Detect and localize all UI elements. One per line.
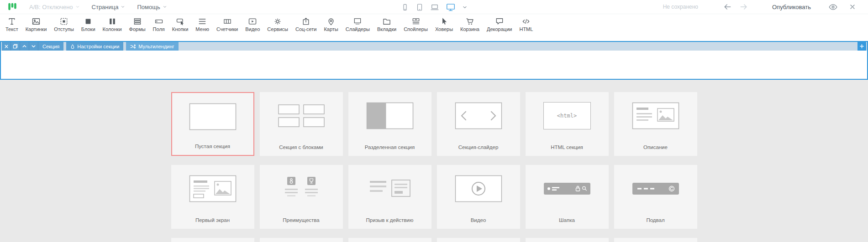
section-controls: Секция	[2, 42, 63, 51]
footer-thumbnail	[614, 165, 697, 212]
toolbar-item-decorations[interactable]: Декорации	[483, 16, 516, 32]
toolbar-item-buttons[interactable]: Кнопки	[168, 16, 192, 32]
tablet-preview-button[interactable]	[416, 3, 424, 11]
publish-button[interactable]: Опубликовать	[772, 4, 811, 10]
empty-section-canvas[interactable]	[1, 51, 867, 79]
section-label: Секция	[38, 42, 63, 51]
template-card-footer[interactable]: Подвал	[614, 165, 697, 229]
header-thumbnail	[526, 165, 609, 212]
page-menu-label: Страница	[92, 4, 119, 10]
video-thumbnail	[437, 165, 520, 212]
toolbar-item-hovers[interactable]: Ховеры	[431, 16, 457, 32]
template-card-first-screen[interactable]: Первый экран	[171, 165, 254, 229]
close-editor-button[interactable]	[843, 3, 862, 10]
columns-icon	[108, 16, 117, 26]
toolbar-item-tabs[interactable]: Вкладки	[374, 16, 400, 32]
section-settings-label: Настройки секции	[77, 44, 119, 49]
template-card-partial[interactable]	[526, 238, 609, 242]
arrow-right-icon	[739, 2, 748, 11]
buttons-icon	[176, 16, 185, 26]
template-card-slider-section[interactable]: Секция-слайдер	[437, 92, 520, 156]
duplicate-section-button[interactable]	[11, 42, 20, 51]
template-card-html-section[interactable]: <html> HTML секция	[526, 92, 609, 156]
template-card-partial[interactable]	[260, 238, 343, 242]
toolbar-item-label: Текст	[5, 26, 18, 32]
folder-tab-icon	[382, 16, 391, 26]
chevron-down-icon	[31, 44, 36, 49]
delete-section-button[interactable]	[2, 42, 11, 51]
preview-eye-button[interactable]	[823, 2, 843, 12]
template-card-partial[interactable]	[437, 238, 520, 242]
toolbar-item-html[interactable]: HTML	[516, 16, 537, 32]
template-card-label: Секция с блоками	[260, 144, 343, 150]
spoiler-accordion-icon	[411, 16, 421, 26]
toolbar-item-services[interactable]: Сервисы	[263, 16, 292, 32]
droplet-icon	[70, 44, 75, 49]
description-thumbnail	[614, 92, 697, 139]
template-card-empty-section[interactable]: Пустая секция	[171, 92, 254, 156]
arrow-left-icon	[723, 2, 732, 11]
toolbar-item-maps[interactable]: Карты	[320, 16, 342, 32]
topbar-right: Не сохранено Опубликовать	[663, 2, 868, 12]
toolbar-item-video[interactable]: Видео	[242, 16, 263, 32]
template-card-label: Секция-слайдер	[437, 144, 520, 150]
images-icon	[32, 16, 41, 26]
toolbar-item-label: Слайдеры	[346, 26, 370, 32]
template-card-benefits[interactable]: Преимущества	[260, 165, 343, 229]
toolbar-item-social[interactable]: Соц-сети	[292, 16, 320, 32]
move-section-down-button[interactable]	[29, 42, 38, 51]
toolbar-item-sliders[interactable]: Слайдеры	[342, 16, 374, 32]
split-section-thumbnail	[348, 92, 431, 139]
page-menu[interactable]: Страница	[92, 4, 126, 10]
help-menu[interactable]: Помощь	[137, 4, 167, 10]
template-card-video[interactable]: Видео	[437, 165, 520, 229]
laptop-preview-button[interactable]	[430, 3, 439, 12]
toolbar-item-cart[interactable]: Корзина	[457, 16, 483, 32]
desktop-preview-button[interactable]	[446, 2, 456, 12]
template-card-label: Разделенная секция	[348, 144, 431, 150]
topbar: A/B: Отключено Страница Помощь	[0, 0, 868, 14]
code-brackets-icon	[521, 16, 531, 26]
template-card-partial[interactable]	[171, 238, 254, 242]
toolbar-item-fields[interactable]: Поля	[149, 16, 168, 32]
toolbar-item-label: Картинки	[26, 26, 47, 32]
toolbar-item-label: Счетчики	[216, 26, 238, 32]
redo-button[interactable]	[736, 2, 752, 11]
toolbar-item-images[interactable]: Картинки	[22, 16, 51, 32]
share-icon	[301, 16, 310, 26]
mobile-preview-button[interactable]	[401, 3, 409, 11]
template-card-partial[interactable]	[348, 238, 431, 242]
multilanding-button[interactable]: Мультилендинг	[126, 42, 178, 51]
template-card-header[interactable]: Шапка	[526, 165, 609, 229]
undo-button[interactable]	[719, 2, 736, 11]
ab-test-menu[interactable]: A/B: Отключено	[29, 4, 80, 10]
toolbar-item-counters[interactable]: Счетчики	[213, 16, 242, 32]
move-section-up-button[interactable]	[20, 42, 29, 51]
toolbar-item-columns[interactable]: Колонки	[99, 16, 126, 32]
toolbar-item-blocks[interactable]: Блоки	[78, 16, 99, 32]
template-card-description[interactable]: Описание	[614, 92, 697, 156]
device-dropdown-chevron[interactable]	[462, 5, 468, 10]
toolbar-item-spoilers[interactable]: Спойлеры	[400, 16, 431, 32]
duplicate-icon	[13, 44, 18, 49]
app-logo-icon[interactable]	[7, 2, 17, 12]
hamburger-menu-icon	[198, 16, 207, 26]
toolbar-item-label: Декорации	[487, 26, 512, 32]
blocks-section-thumbnail	[260, 92, 343, 139]
toolbar-item-spacing[interactable]: Отступы	[50, 16, 78, 32]
slider-section-thumbnail	[437, 92, 520, 139]
chevron-down-icon	[75, 5, 80, 9]
selected-section[interactable]: Секция Настройки секции Мультилендинг	[0, 41, 868, 80]
toolbar-item-menu[interactable]: Меню	[192, 16, 213, 32]
section-settings-button[interactable]: Настройки секции	[66, 42, 123, 51]
template-card-partial[interactable]	[614, 238, 697, 242]
add-section-button[interactable]	[857, 42, 866, 51]
toolbar-item-text[interactable]: Текст	[2, 16, 22, 32]
template-card-split-section[interactable]: Разделенная секция	[348, 92, 431, 156]
eye-icon	[828, 2, 838, 12]
template-card-section-with-blocks[interactable]: Секция с блоками	[260, 92, 343, 156]
template-card-label: Первый экран	[171, 217, 254, 223]
template-card-call-to-action[interactable]: Призыв к действию	[348, 165, 431, 229]
app-root: A/B: Отключено Страница Помощь	[0, 0, 868, 242]
toolbar-item-forms[interactable]: Формы	[126, 16, 149, 32]
